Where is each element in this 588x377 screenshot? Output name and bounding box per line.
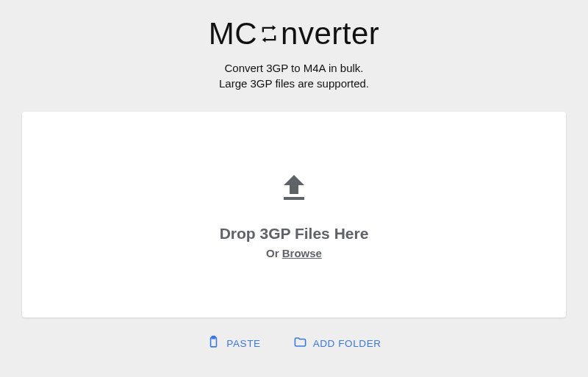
subtitle-line-2: Large 3GP files are supported. xyxy=(219,76,369,91)
paste-label: PASTE xyxy=(226,338,260,349)
or-text: Or xyxy=(266,247,282,259)
paste-button[interactable]: PASTE xyxy=(204,331,263,356)
svg-rect-1 xyxy=(212,337,215,339)
swap-icon xyxy=(259,24,279,44)
clipboard-icon xyxy=(207,335,220,351)
folder-icon xyxy=(293,335,307,351)
browse-link[interactable]: Browse xyxy=(282,247,322,259)
action-button-row: PASTE ADD FOLDER xyxy=(204,331,384,356)
subtitle-line-1: Convert 3GP to M4A in bulk. xyxy=(219,60,369,76)
browse-line: Or Browse xyxy=(266,247,322,259)
logo-text-part2: nverter xyxy=(281,16,379,51)
drop-text: Drop 3GP Files Here xyxy=(220,225,369,243)
logo-text-part1: MC xyxy=(209,16,257,51)
file-dropzone[interactable]: Drop 3GP Files Here Or Browse xyxy=(22,112,566,317)
add-folder-label: ADD FOLDER xyxy=(313,338,381,349)
app-logo: MC nverter xyxy=(209,16,380,51)
add-folder-button[interactable]: ADD FOLDER xyxy=(290,331,384,356)
page-subtitle: Convert 3GP to M4A in bulk. Large 3GP fi… xyxy=(219,60,369,91)
upload-icon xyxy=(276,170,312,209)
